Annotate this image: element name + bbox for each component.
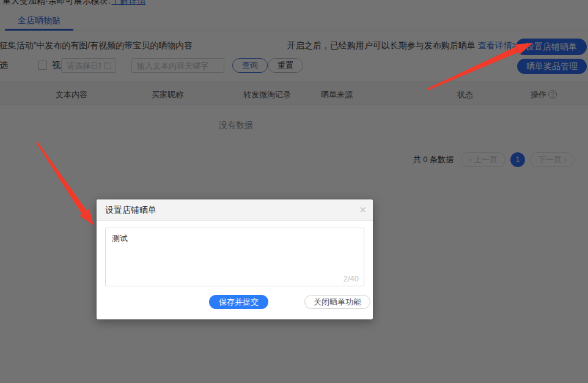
page: 重大变加精·亲即可展示模块:了解详情 全店晒物贴 “征集活动”中发布的有图/有视… — [0, 0, 588, 383]
review-text-field[interactable]: 测试 — [106, 228, 364, 272]
close-feature-button[interactable]: 关闭晒单功能 — [304, 295, 370, 309]
review-text-field-wrap: 测试 2/40 — [105, 228, 364, 286]
setup-store-review-modal: 设置店铺晒单 × 测试 2/40 保存并提交 关闭晒单功能 — [97, 199, 373, 319]
modal-overlay — [0, 0, 588, 383]
save-submit-button[interactable]: 保存并提交 — [209, 295, 268, 309]
close-icon[interactable]: × — [359, 203, 366, 217]
modal-title: 设置店铺晒单 — [97, 199, 373, 221]
char-counter: 2/40 — [344, 274, 359, 283]
